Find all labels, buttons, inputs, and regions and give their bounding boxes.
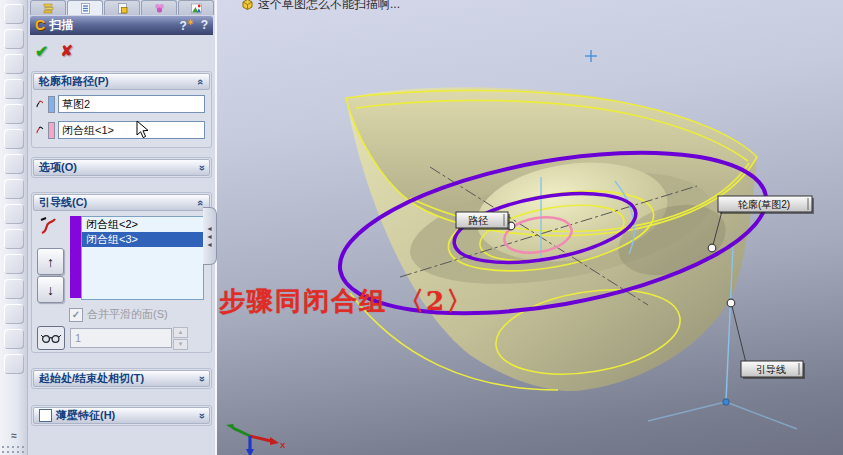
glasses-icon [40, 331, 62, 345]
feature-toolbar-icon[interactable] [4, 304, 24, 324]
feature-toolbar-icon[interactable] [4, 254, 24, 274]
spin-up-icon[interactable]: ▲ [173, 327, 188, 338]
path-input[interactable] [58, 121, 205, 139]
move-down-button[interactable]: ↓ [37, 276, 64, 303]
displaymanager-icon [191, 3, 202, 14]
cancel-button[interactable]: ✘ [60, 42, 73, 60]
chevron-up-icon: « [195, 199, 207, 205]
show-sections-row: 1 ▲ ▼ [37, 326, 188, 350]
tab-configurationmanager[interactable] [104, 0, 140, 15]
callout-path[interactable]: 路径 [456, 212, 510, 230]
group-thin-feature: 薄壁特征(H) « [31, 405, 212, 426]
panel-flyout-tab[interactable]: ◄ ◄ ◄ [203, 207, 217, 265]
profile-row [32, 91, 211, 117]
sweep-profile-icon [35, 95, 44, 113]
group-header-guide-curves[interactable]: 引导线(C) « [33, 194, 210, 211]
help-icon[interactable]: ? [201, 18, 208, 32]
guide-list-item[interactable]: 闭合组<2> [82, 217, 203, 232]
ok-button[interactable]: ✔ [35, 42, 48, 61]
group-options: 选项(O) « [31, 157, 212, 178]
svg-text:X: X [280, 441, 286, 450]
property-manager-panel: C 扫描 ?✶ ? ✔ ✘ 轮廓和路径(P) « [28, 0, 215, 455]
configurationmanager-icon [117, 3, 128, 14]
toolbar-overflow-icon[interactable]: ≈ [0, 430, 27, 441]
move-up-button[interactable]: ↑ [37, 248, 64, 275]
flyout-arrow-icon: ◄ [206, 241, 213, 248]
guide-curves-list[interactable]: 闭合组<2> 闭合组<3> [81, 216, 204, 300]
feature-toolbar-icon[interactable] [4, 329, 24, 349]
manager-tab-strip [28, 0, 215, 14]
show-sections-button[interactable] [37, 326, 65, 350]
annotation-text: 步骤同闭合组 〈2〉 [219, 284, 474, 319]
guide-list-item-selected[interactable]: 闭合组<3> [82, 232, 203, 247]
chevron-down-icon: « [195, 164, 207, 170]
toolbar-grip [0, 444, 27, 455]
sketch-point-cross[interactable] [585, 50, 597, 62]
guide-curve-icon [38, 216, 58, 236]
svg-text:轮廓(草图2): 轮廓(草图2) [738, 199, 790, 210]
feature-toolbar-icon[interactable] [4, 54, 24, 74]
mouse-cursor [136, 120, 149, 139]
feature-toolbar-icon[interactable] [4, 354, 24, 374]
group-header-start-end-tangency[interactable]: 起始处/结束处相切(T) « [33, 370, 210, 387]
feature-toolbar-icon[interactable] [4, 179, 24, 199]
flyout-arrow-icon: ◄ [206, 233, 213, 240]
chevron-down-icon: « [195, 375, 207, 381]
feature-toolbar-icon[interactable] [4, 104, 24, 124]
svg-text:路径: 路径 [468, 215, 488, 226]
tab-dimxpertmanager[interactable] [141, 0, 177, 15]
chevron-up-icon: « [195, 78, 207, 84]
profile-input[interactable] [58, 95, 205, 113]
feature-toolbar-icon[interactable] [4, 229, 24, 249]
group-profile-and-path: 轮廓和路径(P) « [31, 71, 212, 148]
path-row [32, 117, 211, 143]
solidworks-window: ≈ [0, 0, 843, 455]
dimxpertmanager-icon [154, 3, 165, 14]
tab-featuremanager[interactable] [30, 0, 66, 15]
ok-cancel-row: ✔ ✘ [28, 35, 215, 63]
feature-toolbar-icon[interactable] [4, 154, 24, 174]
group-start-end-tangency: 起始处/结束处相切(T) « [31, 368, 212, 389]
sweep-path-icon [35, 121, 44, 139]
profile-color-swatch [48, 96, 55, 113]
features-toolbar: ≈ [0, 0, 28, 455]
feature-toolbar-icon[interactable] [4, 129, 24, 149]
whats-new-help-icon[interactable]: ?✶ [180, 18, 194, 33]
section-number-spinner: ▲ ▼ [173, 327, 188, 350]
group-header-options[interactable]: 选项(O) « [33, 159, 210, 176]
group-guide-curves: 引导线(C) « ↑ ↓ 闭合组<2> 闭合组<3> ✓ 合并平滑的面(S) [31, 192, 212, 353]
graphics-viewport[interactable]: 这个草图怎么不能扫描啊... [217, 0, 843, 455]
sketch-endpoint[interactable] [723, 399, 729, 405]
orientation-triad: X [226, 424, 286, 455]
viewport-canvas[interactable]: 路径 轮廓(草图2) 引导线 [217, 0, 843, 455]
sweep-feature-icon: C [35, 17, 45, 33]
feature-toolbar-icon[interactable] [4, 29, 24, 49]
feature-toolbar-icon[interactable] [4, 79, 24, 99]
feature-toolbar-icon[interactable] [4, 204, 24, 224]
tab-propertymanager[interactable] [67, 0, 103, 15]
group-header-profile-and-path[interactable]: 轮廓和路径(P) « [33, 73, 210, 90]
group-header-thin-feature[interactable]: 薄壁特征(H) « [33, 407, 210, 424]
thin-feature-checkbox[interactable] [39, 409, 52, 422]
merge-tangent-faces-checkbox[interactable]: ✓ [69, 308, 83, 322]
section-number-field[interactable]: 1 [70, 328, 172, 348]
feature-toolbar-icon[interactable] [4, 4, 24, 24]
propertymanager-icon [80, 3, 91, 14]
path-color-swatch [48, 122, 55, 139]
guide-curves-content: ↑ ↓ 闭合组<2> 闭合组<3> ✓ 合并平滑的面(S) [32, 212, 211, 352]
guide-curve-color-bar [70, 216, 81, 298]
tab-displaymanager[interactable] [178, 0, 214, 15]
propertymanager-header: C 扫描 ?✶ ? [30, 15, 213, 35]
chevron-down-icon: « [195, 412, 207, 418]
callout-guide[interactable]: 引导线 [741, 361, 805, 379]
svg-text:引导线: 引导线 [756, 364, 786, 375]
callout-profile[interactable]: 轮廓(草图2) [718, 196, 814, 214]
spin-down-icon[interactable]: ▼ [173, 339, 188, 350]
merge-tangent-faces-label: 合并平滑的面(S) [87, 307, 168, 322]
feature-toolbar-icon[interactable] [4, 279, 24, 299]
flyout-arrow-icon: ◄ [206, 225, 213, 232]
merge-tangent-faces-row: ✓ 合并平滑的面(S) [69, 307, 168, 322]
panel-title: 扫描 [49, 17, 73, 34]
featuremanager-icon [43, 3, 54, 14]
